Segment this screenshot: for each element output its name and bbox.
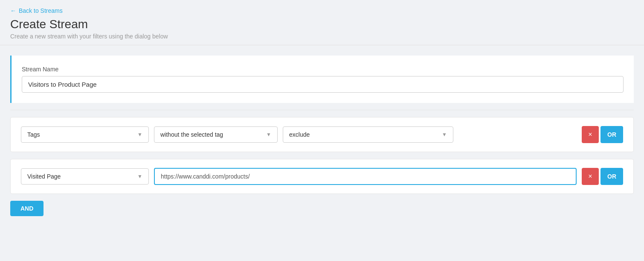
url-input[interactable] <box>154 168 577 185</box>
tags-dropdown-label: Tags <box>27 131 40 138</box>
exclude-dropdown-label: exclude <box>289 131 310 138</box>
stream-name-label: Stream Name <box>22 66 624 73</box>
and-label: AND <box>20 205 33 212</box>
filter1-remove-button[interactable]: × <box>582 126 599 143</box>
filter2-or-button[interactable]: OR <box>600 168 623 185</box>
remove2-icon: × <box>588 173 592 180</box>
filter1-or-button[interactable]: OR <box>600 126 623 143</box>
stream-name-section: Stream Name <box>10 56 634 103</box>
condition-chevron-icon: ▼ <box>266 132 271 138</box>
filter1-actions: × OR <box>582 126 623 143</box>
stream-name-input[interactable] <box>22 76 624 93</box>
exclude-chevron-icon: ▼ <box>442 132 447 138</box>
filter2-remove-button[interactable]: × <box>582 168 599 185</box>
remove-icon: × <box>588 131 592 138</box>
and-button[interactable]: AND <box>10 201 44 216</box>
divider <box>10 110 634 110</box>
visited-page-label: Visited Page <box>27 173 61 180</box>
filter2-actions: × OR <box>582 168 623 185</box>
condition-dropdown[interactable]: without the selected tag ▼ <box>154 126 278 143</box>
exclude-dropdown[interactable]: exclude ▼ <box>283 126 453 143</box>
back-to-streams-link[interactable]: ← Back to Streams <box>10 7 63 14</box>
tags-chevron-icon: ▼ <box>137 132 142 138</box>
filter-row-1: Tags ▼ without the selected tag ▼ exclud… <box>10 117 634 152</box>
page-subtitle: Create a new stream with your filters us… <box>10 33 634 40</box>
back-link-text: Back to Streams <box>19 7 63 14</box>
visited-page-dropdown[interactable]: Visited Page ▼ <box>21 168 149 185</box>
arrow-left-icon: ← <box>10 7 16 14</box>
condition-dropdown-label: without the selected tag <box>160 131 223 138</box>
or-label: OR <box>607 131 616 138</box>
visited-chevron-icon: ▼ <box>137 173 142 179</box>
or2-label: OR <box>607 173 616 180</box>
tags-dropdown[interactable]: Tags ▼ <box>21 126 149 143</box>
filter-row-2: Visited Page ▼ × OR <box>10 159 634 194</box>
page-title: Create Stream <box>10 18 634 31</box>
